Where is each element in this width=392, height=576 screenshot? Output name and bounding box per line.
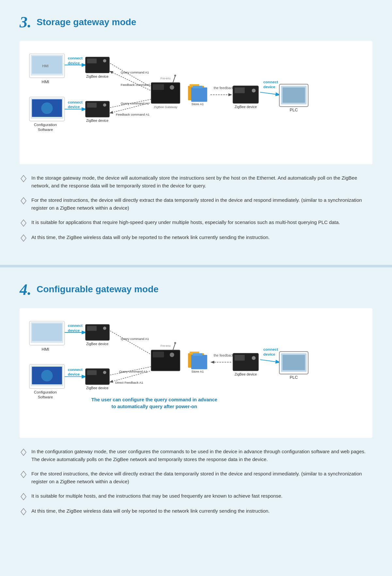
svg-text:connect: connect [68,367,83,371]
svg-line-14 [110,72,154,92]
svg-text:Query command A1: Query command A1 [121,337,149,340]
svg-text:Store A1: Store A1 [191,102,204,106]
section-3-diagram: HMI HMI connect device ZigBee device Que… [20,41,372,164]
svg-text:connect: connect [68,323,83,328]
svg-point-103 [252,356,256,360]
svg-rect-43 [193,86,202,88]
section-4: 4. Configurable gateway mode HMI connect… [0,267,392,538]
section-4-bullets: In the configuration gateway mode, the u… [20,448,372,516]
svg-rect-96 [191,355,207,369]
svg-text:Fre-enu: Fre-enu [160,77,171,80]
svg-rect-97 [193,353,202,356]
svg-text:device: device [68,328,80,332]
svg-text:connect: connect [263,347,278,351]
svg-text:ZigBee device: ZigBee device [235,105,257,109]
svg-point-37 [174,74,176,76]
diamond-icon-4-1 [20,448,27,456]
svg-text:PLC: PLC [290,375,298,380]
section-4-title: Configurable gateway mode [37,284,158,295]
section-divider [0,265,392,267]
svg-text:ZigBee device: ZigBee device [235,372,257,376]
bullet-3-1: In the storage gateway mode, the device … [20,174,372,190]
svg-text:ZigBee device: ZigBee device [86,342,108,346]
svg-point-10 [103,59,106,62]
svg-text:Query command A1: Query command A1 [119,369,148,373]
svg-point-90 [170,352,174,357]
diamond-icon-3-3 [20,219,27,227]
svg-text:the feedback: the feedback [214,353,234,357]
diamond-icon-4-4 [20,508,27,516]
section-3: 3. Storage gateway mode HMI HMI connect … [0,0,392,265]
svg-text:device: device [68,104,80,109]
svg-point-35 [170,85,174,90]
svg-text:ZigBee Gateway: ZigBee Gateway [154,105,178,109]
svg-text:device: device [68,372,80,376]
svg-point-19 [41,103,53,114]
svg-rect-81 [87,370,96,375]
svg-text:HMI: HMI [41,346,49,351]
section-4-number: 4. [20,280,31,298]
svg-text:connect: connect [263,80,278,84]
diamond-icon-3-4 [20,234,27,242]
svg-text:to automatically query after p: to automatically query after power-on [111,404,197,409]
svg-rect-48 [235,88,245,93]
svg-point-67 [103,327,106,330]
diagram-4-svg: HMI connect device ZigBee device Query c… [26,315,366,430]
svg-rect-9 [87,58,96,63]
svg-text:The user can configure the que: The user can configure the query command… [91,397,218,402]
section-4-diagram: HMI connect device ZigBee device Query c… [20,308,372,438]
svg-text:connect: connect [68,100,83,104]
bullet-3-2: For the stored instructions, the device … [20,196,372,212]
diagram-3-svg: HMI HMI connect device ZigBee device Que… [26,47,366,156]
svg-text:ZigBee device: ZigBee device [86,386,108,390]
svg-text:device: device [263,352,275,356]
svg-text:Direct Feedback A1: Direct Feedback A1 [115,381,143,384]
svg-rect-89 [153,351,164,357]
svg-text:Fre-enu: Fre-enu [160,344,171,347]
svg-rect-56 [283,88,305,103]
section-3-title: Storage gateway mode [37,17,136,27]
bullet-4-1: In the configuration gateway mode, the u… [20,448,372,463]
svg-text:Query command A1: Query command A1 [121,71,149,74]
bullet-4-4: At this time, the ZigBee wireless data w… [20,507,372,516]
section-3-header: 3. Storage gateway mode [20,13,372,31]
svg-text:Feedback command A1: Feedback command A1 [121,83,154,87]
bullet-3-3: It is suitable for applications that req… [20,218,372,227]
diamond-icon-3-2 [20,197,27,205]
svg-rect-60 [32,323,62,341]
section-4-header: 4. Configurable gateway mode [20,280,372,298]
svg-point-74 [41,370,53,381]
bullet-3-4: At this time, the ZigBee wireless data w… [20,233,372,242]
svg-text:ZigBee device: ZigBee device [86,119,108,122]
svg-rect-42 [191,88,207,102]
svg-text:Feedback command A1: Feedback command A1 [116,113,150,116]
section-3-bullets: In the storage gateway mode, the device … [20,174,372,242]
svg-text:connect: connect [68,56,83,60]
svg-text:the feedback: the feedback [214,86,234,90]
svg-line-91 [173,344,175,350]
svg-line-53 [260,92,279,95]
svg-text:Software: Software [38,127,53,132]
svg-text:device: device [263,85,275,89]
svg-line-69 [110,331,154,356]
bullet-4-2: For the stored instructions, the device … [20,470,372,486]
svg-text:Store A1: Store A1 [191,369,204,373]
svg-point-92 [174,342,176,344]
svg-rect-66 [87,326,96,331]
svg-text:HMI: HMI [42,64,49,68]
section-3-number: 3. [20,13,31,31]
bullet-4-3: It is suitable for multiple hosts, and t… [20,492,372,501]
diamond-icon-4-2 [20,471,27,478]
svg-line-36 [173,76,175,83]
svg-rect-110 [283,355,305,370]
diamond-icon-3-1 [20,175,27,183]
svg-text:Configuration: Configuration [34,122,57,127]
svg-text:HMI: HMI [41,79,49,84]
svg-rect-26 [87,103,96,108]
svg-text:Configuration: Configuration [34,390,57,394]
svg-text:PLC: PLC [290,107,298,112]
svg-point-49 [252,89,256,93]
svg-rect-34 [153,84,164,90]
svg-point-27 [103,104,106,107]
svg-line-107 [260,360,279,362]
